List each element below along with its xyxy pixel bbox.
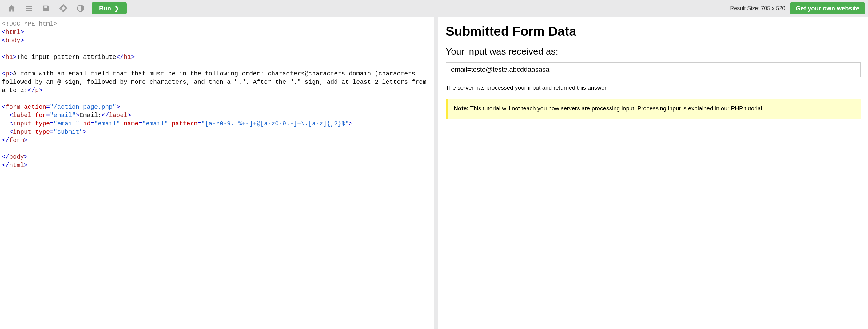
processed-text: The server has processed your input and … <box>446 84 861 91</box>
tag-input2: input <box>13 129 31 136</box>
main-split: <!DOCTYPE html> <html> <body> <h1>The in… <box>0 17 868 329</box>
result-pane: Submitted Form Data Your input was recei… <box>438 17 868 329</box>
tag-label-close: label <box>109 112 127 119</box>
attr-pattern: pattern <box>172 120 197 127</box>
tag-p: p <box>5 70 9 77</box>
tag-form: form <box>5 104 20 111</box>
h1-text: The input pattern attribute <box>17 54 116 61</box>
attr-type2: type <box>35 129 50 136</box>
home-icon[interactable] <box>3 0 20 17</box>
tag-p-close: p <box>35 87 39 94</box>
result-subheading: Your input was received as: <box>446 46 861 57</box>
splitter-handle[interactable] <box>434 17 438 329</box>
chevron-right-icon: ❯ <box>114 5 119 12</box>
val-action: "/action_page.php" <box>50 104 116 111</box>
result-heading: Submitted Form Data <box>446 24 861 39</box>
note-label: Note: <box>454 105 469 111</box>
label-text: Email: <box>80 112 101 119</box>
theme-icon[interactable] <box>72 0 89 17</box>
php-tutorial-link[interactable]: PHP tutorial <box>731 105 762 111</box>
tag-h1-close: h1 <box>124 54 131 61</box>
val-id: "email" <box>94 120 120 127</box>
tag-html: html <box>5 29 20 36</box>
attr-for: for <box>35 112 46 119</box>
tag-body-close: body <box>9 154 24 161</box>
p-text: A form with an email field that that mus… <box>2 70 430 94</box>
tag-label: label <box>13 112 31 119</box>
attr-type1: type <box>35 120 50 127</box>
val-name: "email" <box>142 120 168 127</box>
tag-form-close: form <box>9 137 24 144</box>
toolbar: Run ❯ Result Size: 705 x 520 Get your ow… <box>0 0 868 17</box>
tag-input1: input <box>13 120 31 127</box>
tag-body: body <box>5 37 20 44</box>
get-own-website-button[interactable]: Get your own website <box>790 2 865 15</box>
note-box: Note: This tutorial will not teach you h… <box>446 99 861 118</box>
save-icon[interactable] <box>37 0 55 17</box>
menu-icon[interactable] <box>20 0 37 17</box>
note-text-1: This tutorial will not teach you how ser… <box>469 105 731 111</box>
received-value-box: email=teste@teste.abcddaasasa <box>446 62 861 77</box>
val-pattern: "[a-z0-9._%+-]+@[a-z0-9.-]+\.[a-z]{,2}$" <box>201 120 349 127</box>
code-editor[interactable]: <!DOCTYPE html> <html> <body> <h1>The in… <box>0 17 434 329</box>
attr-name: name <box>124 120 138 127</box>
tag-html-close: html <box>9 162 24 169</box>
result-size-label: Result Size: 705 x 520 <box>730 5 785 12</box>
val-submit: "submit" <box>54 129 83 136</box>
attr-action: action <box>24 104 46 111</box>
val-email: "email" <box>54 120 80 127</box>
val-for: "email" <box>50 112 76 119</box>
orientation-icon[interactable] <box>55 0 72 17</box>
note-text-2: . <box>762 105 764 111</box>
run-button[interactable]: Run ❯ <box>92 2 127 15</box>
run-label: Run <box>99 5 111 12</box>
attr-id: id <box>83 120 90 127</box>
tag-h1: h1 <box>5 54 13 61</box>
code-doctype: <!DOCTYPE html> <box>2 20 57 27</box>
